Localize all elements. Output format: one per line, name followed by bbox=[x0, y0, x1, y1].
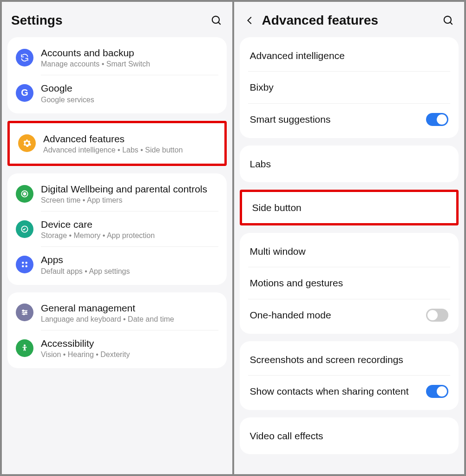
settings-item-digital-wellbeing[interactable]: Digital Wellbeing and parental controls … bbox=[7, 176, 227, 211]
settings-item-apps[interactable]: Apps Default apps • App settings bbox=[7, 247, 227, 282]
settings-item-google[interactable]: G Google Google services bbox=[7, 75, 227, 110]
google-icon: G bbox=[16, 84, 33, 102]
settings-item-sub: Storage • Memory • App protection bbox=[41, 231, 218, 240]
one-handed-mode-toggle[interactable] bbox=[426, 309, 448, 322]
search-icon[interactable] bbox=[210, 14, 223, 27]
svg-point-5 bbox=[22, 262, 24, 264]
feature-title: Show contacts when sharing content bbox=[250, 385, 421, 397]
feature-title: Side button bbox=[252, 201, 446, 214]
feature-title: Motions and gestures bbox=[250, 277, 449, 289]
feature-item-side-button[interactable]: Side button bbox=[242, 192, 457, 223]
settings-group: Digital Wellbeing and parental controls … bbox=[7, 173, 227, 285]
settings-panel: Settings Accounts and backup Manage acco… bbox=[2, 2, 232, 474]
page-title: Settings bbox=[11, 13, 204, 28]
settings-item-sub: Google services bbox=[41, 96, 218, 104]
feature-group: Advanced intelligence Bixby Smart sugges… bbox=[240, 37, 459, 138]
settings-item-title: Accounts and backup bbox=[41, 46, 218, 59]
svg-point-12 bbox=[23, 310, 24, 311]
svg-line-1 bbox=[218, 22, 220, 25]
settings-item-title: General management bbox=[41, 302, 218, 314]
feature-item-motions-gestures[interactable]: Motions and gestures bbox=[240, 267, 459, 298]
feature-title: Advanced intelligence bbox=[250, 49, 449, 62]
svg-point-6 bbox=[26, 262, 28, 264]
advanced-features-panel: Advanced features Advanced intelligence … bbox=[234, 2, 465, 474]
settings-item-sub: Default apps • App settings bbox=[41, 267, 218, 276]
page-title: Advanced features bbox=[262, 13, 437, 28]
svg-point-0 bbox=[212, 16, 219, 23]
feature-group: Labs bbox=[240, 145, 459, 182]
feature-item-bixby[interactable]: Bixby bbox=[240, 72, 459, 103]
feature-title: One-handed mode bbox=[250, 309, 421, 321]
svg-point-16 bbox=[444, 16, 451, 23]
settings-item-text: General management Language and keyboard… bbox=[41, 302, 218, 324]
apps-icon bbox=[16, 256, 33, 273]
feature-item-multi-window[interactable]: Multi window bbox=[240, 236, 459, 267]
svg-point-15 bbox=[24, 344, 26, 346]
feature-item-screenshots[interactable]: Screenshots and screen recordings bbox=[240, 344, 459, 375]
settings-item-device-care[interactable]: Device care Storage • Memory • App prote… bbox=[7, 212, 227, 246]
settings-item-text: Google Google services bbox=[41, 82, 218, 104]
settings-item-title: Apps bbox=[41, 253, 218, 266]
svg-point-14 bbox=[23, 314, 25, 315]
settings-content[interactable]: Accounts and backup Manage accounts • Sm… bbox=[2, 37, 232, 474]
accessibility-icon bbox=[16, 339, 33, 357]
settings-item-title: Google bbox=[41, 82, 218, 94]
settings-item-text: Accounts and backup Manage accounts • Sm… bbox=[41, 46, 218, 68]
svg-point-3 bbox=[24, 192, 26, 195]
settings-item-text: Apps Default apps • App settings bbox=[41, 253, 218, 275]
svg-line-17 bbox=[450, 22, 453, 25]
back-icon[interactable] bbox=[243, 14, 256, 27]
settings-item-text: Digital Wellbeing and parental controls … bbox=[41, 183, 218, 205]
svg-point-13 bbox=[26, 312, 27, 313]
settings-item-advanced-features[interactable]: Advanced features Advanced intelligence … bbox=[10, 126, 224, 161]
feature-title: Video call effects bbox=[250, 430, 449, 442]
settings-item-sub: Advanced intelligence • Labs • Side butt… bbox=[43, 146, 216, 154]
feature-item-smart-suggestions[interactable]: Smart suggestions bbox=[240, 104, 459, 135]
settings-item-title: Accessibility bbox=[41, 337, 218, 350]
settings-group-highlighted: Advanced features Advanced intelligence … bbox=[7, 121, 227, 166]
feature-item-advanced-intelligence[interactable]: Advanced intelligence bbox=[240, 40, 459, 71]
search-icon[interactable] bbox=[442, 14, 455, 27]
settings-group: Accounts and backup Manage accounts • Sm… bbox=[7, 37, 227, 113]
feature-item-one-handed-mode[interactable]: One-handed mode bbox=[240, 299, 459, 331]
feature-item-show-contacts-sharing[interactable]: Show contacts when sharing content bbox=[240, 376, 459, 407]
settings-header: Settings bbox=[2, 2, 232, 37]
feature-title: Bixby bbox=[250, 81, 449, 93]
settings-item-accessibility[interactable]: Accessibility Vision • Hearing • Dexteri… bbox=[7, 331, 227, 365]
feature-title: Labs bbox=[250, 158, 449, 170]
settings-item-general-management[interactable]: General management Language and keyboard… bbox=[7, 295, 227, 330]
feature-title: Multi window bbox=[250, 245, 449, 258]
feature-item-video-call-effects[interactable]: Video call effects bbox=[240, 420, 459, 451]
advanced-content[interactable]: Advanced intelligence Bixby Smart sugges… bbox=[234, 37, 465, 474]
wellbeing-icon bbox=[16, 185, 33, 203]
settings-item-sub: Screen time • App timers bbox=[41, 196, 218, 205]
settings-item-accounts-backup[interactable]: Accounts and backup Manage accounts • Sm… bbox=[7, 40, 227, 75]
svg-point-7 bbox=[22, 265, 24, 268]
device-care-icon bbox=[16, 220, 33, 238]
gear-icon bbox=[18, 134, 36, 152]
feature-group-highlighted: Side button bbox=[240, 190, 459, 225]
settings-item-sub: Vision • Hearing • Dexterity bbox=[41, 350, 218, 359]
sync-icon bbox=[16, 49, 33, 66]
smart-suggestions-toggle[interactable] bbox=[426, 113, 448, 126]
sliders-icon bbox=[16, 304, 33, 321]
settings-group: General management Language and keyboard… bbox=[7, 292, 227, 369]
settings-item-text: Advanced features Advanced intelligence … bbox=[43, 132, 216, 154]
feature-title: Smart suggestions bbox=[250, 113, 421, 126]
settings-item-text: Accessibility Vision • Hearing • Dexteri… bbox=[41, 337, 218, 359]
feature-group: Video call effects bbox=[240, 417, 459, 454]
settings-item-title: Digital Wellbeing and parental controls bbox=[41, 183, 218, 195]
show-contacts-toggle[interactable] bbox=[426, 385, 448, 398]
feature-group: Screenshots and screen recordings Show c… bbox=[240, 341, 459, 410]
settings-item-sub: Language and keyboard • Date and time bbox=[41, 315, 218, 324]
settings-item-sub: Manage accounts • Smart Switch bbox=[41, 60, 218, 68]
feature-item-labs[interactable]: Labs bbox=[240, 148, 459, 179]
feature-title: Screenshots and screen recordings bbox=[250, 353, 449, 366]
settings-item-title: Advanced features bbox=[43, 132, 216, 145]
feature-group: Multi window Motions and gestures One-ha… bbox=[240, 233, 459, 334]
settings-item-text: Device care Storage • Memory • App prote… bbox=[41, 218, 218, 240]
advanced-header: Advanced features bbox=[234, 2, 465, 37]
settings-item-title: Device care bbox=[41, 218, 218, 231]
svg-point-8 bbox=[26, 265, 28, 268]
